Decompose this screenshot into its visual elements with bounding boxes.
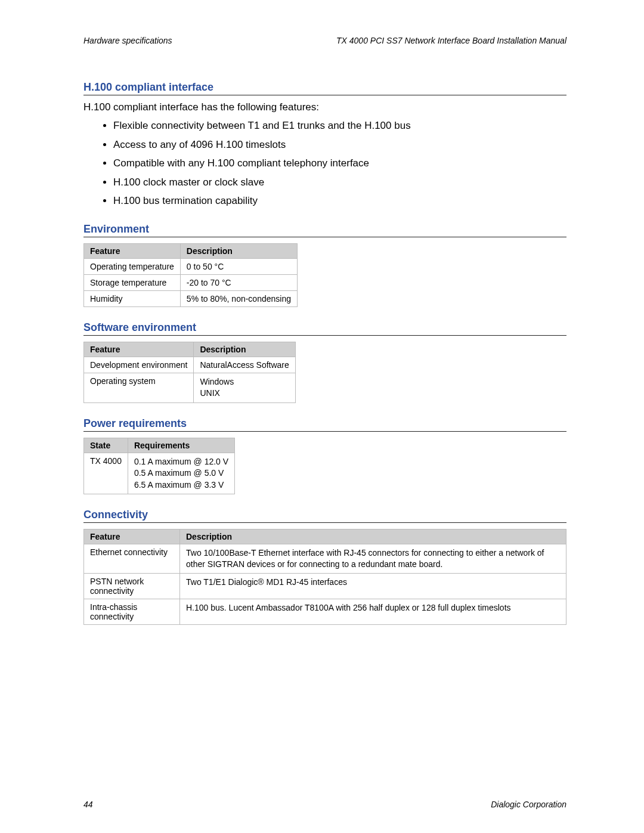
feature-cell: PSTN network connectivity: [84, 574, 180, 599]
section-title-h100: H.100 compliant interface: [83, 81, 566, 95]
list-item: Access to any of 4096 H.100 timeslots: [113, 137, 566, 153]
table-row: Intra-chassis connectivity H.100 bus. Lu…: [84, 599, 566, 625]
page-footer: 44 Dialogic Corporation: [83, 800, 566, 809]
list-item: Flexible connectivity between T1 and E1 …: [113, 118, 566, 134]
desc-cell: 0 to 50 °C: [180, 258, 297, 274]
feature-cell: Ethernet connectivity: [84, 544, 180, 574]
header-left: Hardware specifications: [83, 36, 172, 45]
power-table: State Requirements TX 4000 0.1 A maximum…: [83, 438, 235, 495]
col-description: Description: [180, 529, 566, 544]
header-right: TX 4000 PCI SS7 Network Interface Board …: [336, 36, 566, 45]
feature-cell: Operating temperature: [84, 258, 181, 274]
list-item: Compatible with any H.100 compliant tele…: [113, 156, 566, 171]
h100-intro: H.100 compliant interface has the follow…: [83, 101, 566, 113]
page-header: Hardware specifications TX 4000 PCI SS7 …: [83, 36, 566, 45]
table-header-row: Feature Description: [84, 243, 298, 258]
desc-cell: Two T1/E1 Dialogic® MD1 RJ-45 interfaces: [180, 574, 566, 599]
state-cell: TX 4000: [84, 453, 128, 494]
feature-cell: Operating system: [84, 373, 194, 402]
desc-cell: H.100 bus. Lucent Ambassador T8100A with…: [180, 599, 566, 625]
environment-table: Feature Description Operating temperatur…: [83, 243, 298, 307]
col-requirements: Requirements: [128, 438, 234, 453]
col-feature: Feature: [84, 529, 180, 544]
desc-cell: -20 to 70 °C: [180, 274, 297, 290]
col-feature: Feature: [84, 342, 194, 357]
section-title-environment: Environment: [83, 223, 566, 237]
company-name: Dialogic Corporation: [491, 800, 566, 809]
section-title-power: Power requirements: [83, 417, 566, 432]
req-cell: 0.1 A maximum @ 12.0 V 0.5 A maximum @ 5…: [128, 453, 234, 494]
h100-bullets: Flexible connectivity between T1 and E1 …: [101, 118, 566, 209]
list-item: H.100 clock master or clock slave: [113, 175, 566, 190]
section-title-software: Software environment: [83, 321, 566, 336]
desc-cell: NaturalAccess Software: [194, 357, 295, 373]
software-table: Feature Description Development environm…: [83, 342, 296, 403]
table-row: Ethernet connectivity Two 10/100Base-T E…: [84, 544, 566, 574]
table-header-row: State Requirements: [84, 438, 235, 453]
desc-cell: 5% to 80%, non-condensing: [180, 290, 297, 306]
feature-cell: Humidity: [84, 290, 181, 306]
table-row: Operating temperature 0 to 50 °C: [84, 258, 298, 274]
table-row: Development environment NaturalAccess So…: [84, 357, 296, 373]
col-description: Description: [180, 243, 297, 258]
feature-cell: Development environment: [84, 357, 194, 373]
table-row: Humidity 5% to 80%, non-condensing: [84, 290, 298, 306]
table-row: PSTN network connectivity Two T1/E1 Dial…: [84, 574, 566, 599]
feature-cell: Storage temperature: [84, 274, 181, 290]
table-row: Storage temperature -20 to 70 °C: [84, 274, 298, 290]
page-number: 44: [83, 800, 93, 809]
table-row: Operating system Windows UNIX: [84, 373, 296, 402]
desc-cell: Two 10/100Base-T Ethernet interface with…: [180, 544, 566, 574]
col-description: Description: [194, 342, 295, 357]
table-header-row: Feature Description: [84, 342, 296, 357]
section-title-connectivity: Connectivity: [83, 509, 566, 523]
col-feature: Feature: [84, 243, 181, 258]
desc-cell: Windows UNIX: [194, 373, 295, 402]
list-item: H.100 bus termination capability: [113, 193, 566, 209]
feature-cell: Intra-chassis connectivity: [84, 599, 180, 625]
table-row: TX 4000 0.1 A maximum @ 12.0 V 0.5 A max…: [84, 453, 235, 494]
connectivity-table: Feature Description Ethernet connectivit…: [83, 529, 566, 625]
table-header-row: Feature Description: [84, 529, 566, 544]
col-state: State: [84, 438, 128, 453]
